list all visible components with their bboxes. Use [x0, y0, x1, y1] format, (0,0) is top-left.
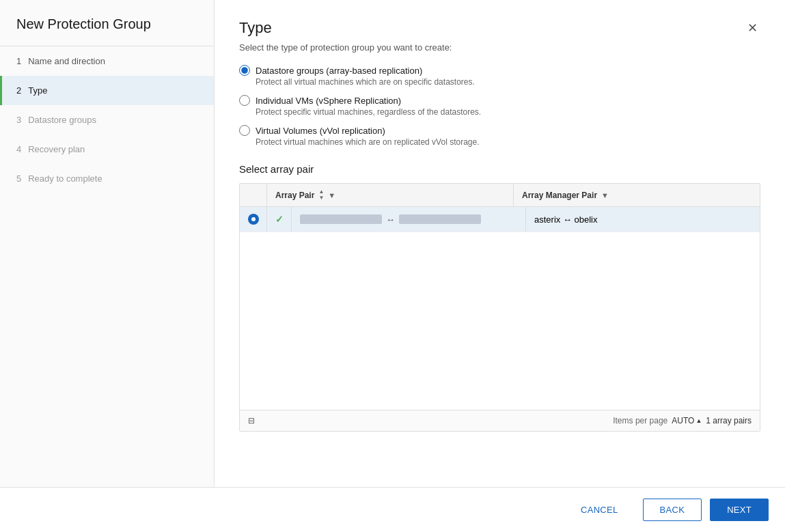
array-pair-section-title: Select array pair: [239, 163, 760, 175]
main-content: Type ✕ Select the type of protection gro…: [215, 0, 785, 487]
items-per-page-label: Items per page: [613, 416, 667, 425]
sidebar-steps: 1 Name and direction 2 Type 3 Datastore …: [0, 46, 214, 193]
sidebar: New Protection Group 1 Name and directio…: [0, 0, 215, 487]
dialog-body: New Protection Group 1 Name and directio…: [0, 0, 785, 487]
radio-label-datastore[interactable]: Datastore groups (array-based replicatio…: [239, 65, 760, 76]
th-select: [240, 184, 267, 206]
radio-input-individual[interactable]: [239, 95, 250, 106]
step-label-5: Ready to complete: [28, 173, 102, 184]
radio-text-individual: Individual VMs (vSphere Replication): [256, 96, 401, 106]
step-num-5: 5: [16, 173, 21, 184]
table-body-empty: [240, 232, 760, 410]
action-bar: CANCEL BACK NEXT: [0, 487, 785, 532]
radio-input-datastore[interactable]: [239, 65, 250, 76]
row-radio-dot: [248, 214, 259, 225]
main-header: Type ✕: [239, 19, 760, 37]
total-count: 1 array pairs: [706, 416, 752, 425]
th-manager-pair[interactable]: Array Manager Pair ▼: [514, 184, 760, 206]
new-protection-group-dialog: New Protection Group 1 Name and directio…: [0, 0, 785, 532]
sort-down-icon: ▼: [318, 195, 324, 201]
radio-option-individual: Individual VMs (vSphere Replication) Pro…: [239, 95, 760, 117]
resize-icon: ⊟: [248, 416, 255, 425]
caret-up-icon: ▲: [696, 417, 702, 424]
sort-up-icon: ▲: [318, 189, 324, 195]
type-radio-group: Datastore groups (array-based replicatio…: [239, 65, 760, 147]
radio-desc-vvol: Protect virtual machines which are on re…: [256, 137, 760, 147]
sidebar-title: New Protection Group: [0, 0, 214, 46]
bar-left: [300, 214, 382, 224]
sidebar-step-3[interactable]: 3 Datastore groups: [0, 105, 214, 135]
th-array-pair-label: Array Pair: [275, 191, 314, 200]
table-row[interactable]: ✓ ↔ asterix ↔ obelix: [240, 207, 760, 232]
step-label-2: Type: [28, 85, 47, 96]
sort-icons: ▲ ▼: [318, 189, 324, 201]
sidebar-step-2[interactable]: 2 Type: [0, 76, 214, 105]
filter-icon-array-pair[interactable]: ▼: [328, 191, 335, 199]
radio-desc-individual: Protect specific virtual machines, regar…: [256, 107, 760, 117]
per-page-value[interactable]: AUTO ▲: [672, 416, 702, 425]
th-array-pair[interactable]: Array Pair ▲ ▼ ▼: [267, 184, 514, 206]
per-page-text: AUTO: [672, 416, 694, 425]
footer-left: ⊟: [248, 416, 255, 425]
pair-bars: ↔: [300, 214, 481, 225]
step-num-3: 3: [16, 115, 21, 125]
tr-array-pair-cell: ↔: [292, 207, 526, 232]
main-subtitle: Select the type of protection group you …: [239, 42, 760, 53]
main-title: Type: [239, 19, 272, 37]
radio-label-individual[interactable]: Individual VMs (vSphere Replication): [239, 95, 760, 106]
radio-input-vvol[interactable]: [239, 125, 250, 136]
manager-pair-value: asterix ↔ obelix: [534, 214, 597, 225]
step-num-4: 4: [16, 144, 21, 154]
table-header: Array Pair ▲ ▼ ▼ Array Manager Pair ▼: [240, 184, 760, 207]
close-button[interactable]: ✕: [745, 19, 760, 37]
tr-valid-check: ✓: [267, 207, 292, 232]
th-manager-pair-label: Array Manager Pair: [522, 191, 597, 200]
sidebar-step-5[interactable]: 5 Ready to complete: [0, 164, 214, 193]
table-footer: ⊟ Items per page AUTO ▲ 1 array pairs: [240, 410, 760, 431]
bidirectional-arrow-icon: ↔: [386, 214, 395, 225]
tr-radio-select[interactable]: [240, 207, 267, 232]
checkmark-icon: ✓: [275, 214, 284, 225]
cancel-button[interactable]: CANCEL: [564, 499, 635, 520]
step-num-2: 2: [16, 85, 21, 96]
step-label-3: Datastore groups: [28, 115, 96, 125]
next-button[interactable]: NEXT: [710, 499, 769, 521]
radio-text-vvol: Virtual Volumes (vVol replication): [256, 126, 385, 136]
footer-right: Items per page AUTO ▲ 1 array pairs: [613, 416, 752, 425]
sidebar-step-4[interactable]: 4 Recovery plan: [0, 135, 214, 164]
filter-icon-manager-pair[interactable]: ▼: [601, 191, 609, 199]
step-label-1: Name and direction: [28, 56, 105, 66]
tr-manager-pair-cell: asterix ↔ obelix: [526, 207, 760, 232]
array-pair-table: Array Pair ▲ ▼ ▼ Array Manager Pair ▼: [239, 183, 760, 432]
bar-right: [399, 214, 481, 224]
back-button[interactable]: BACK: [643, 499, 702, 521]
radio-desc-datastore: Protect all virtual machines which are o…: [256, 77, 760, 87]
step-num-1: 1: [16, 56, 21, 66]
radio-label-vvol[interactable]: Virtual Volumes (vVol replication): [239, 125, 760, 136]
radio-text-datastore: Datastore groups (array-based replicatio…: [256, 66, 422, 76]
sidebar-step-1[interactable]: 1 Name and direction: [0, 46, 214, 76]
step-label-4: Recovery plan: [28, 144, 85, 154]
radio-option-datastore: Datastore groups (array-based replicatio…: [239, 65, 760, 87]
radio-option-vvol: Virtual Volumes (vVol replication) Prote…: [239, 125, 760, 147]
